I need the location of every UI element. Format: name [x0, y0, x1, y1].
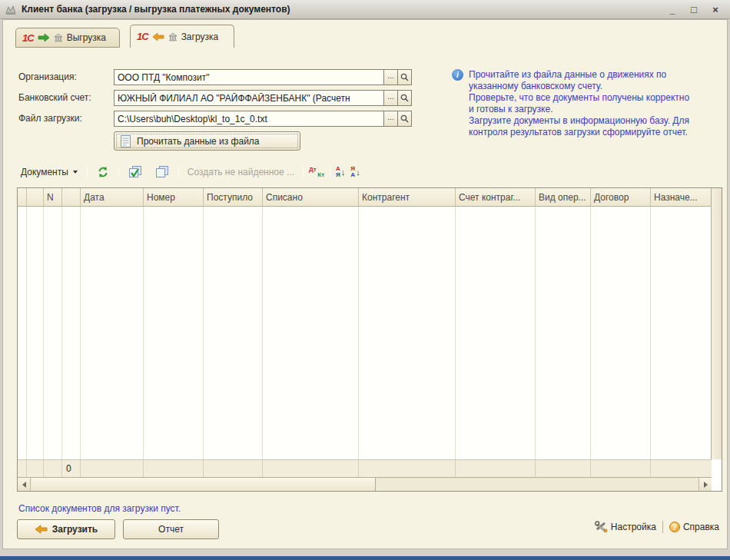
column-header-n[interactable]: N — [44, 188, 62, 206]
table-header-row: NДатаНомерПоступилоСписаноКонтрагентСчет… — [18, 188, 712, 207]
read-file-button[interactable]: Прочитать данные из файла — [114, 131, 300, 151]
report-button-label: Отчет — [158, 524, 184, 535]
sort-letter: Я — [336, 172, 340, 178]
triangle-left-icon — [22, 482, 26, 488]
title-bar[interactable]: Клиент банка (загрузка / выгрузка платеж… — [0, 0, 730, 19]
toolbar-separator — [118, 165, 119, 179]
magnifier-icon — [400, 94, 409, 102]
organization-open-button[interactable] — [397, 69, 412, 85]
column-header-line-no[interactable] — [62, 188, 81, 206]
column-header-number[interactable]: Номер — [144, 188, 204, 206]
bottom-links: Настройка ? Справка — [595, 521, 719, 533]
column-header-contract[interactable]: Договор — [591, 188, 651, 206]
info-panel: i Прочитайте из файла данные о движениях… — [452, 69, 719, 138]
table-body-column-operation-type — [536, 207, 591, 459]
mark-all-button[interactable] — [124, 164, 146, 181]
column-header-operation-type[interactable]: Вид опер... — [536, 188, 591, 206]
column-header-counterparty[interactable]: Контрагент — [359, 188, 456, 206]
tab-vygruzka[interactable]: 1С Выгрузка — [15, 28, 120, 48]
organization-ellipsis-button[interactable]: ... — [383, 69, 398, 85]
table-footer-cell-row-indicator — [18, 460, 27, 477]
table-footer-cell-counterparty-account — [456, 460, 536, 477]
refresh-icon — [97, 166, 109, 178]
report-button[interactable]: Отчет — [123, 519, 219, 539]
table-footer-cell-written-off — [263, 460, 359, 477]
sort-ascending-button[interactable]: А Я ↓ — [336, 166, 345, 178]
documents-menu-label: Документы — [21, 167, 68, 177]
help-button[interactable]: ? Справка — [669, 522, 719, 532]
toolbar-separator — [330, 165, 330, 179]
horizontal-scrollbar[interactable] — [18, 477, 712, 491]
table-body-column-counterparty-account — [456, 207, 536, 459]
column-header-date[interactable]: Дата — [81, 188, 144, 206]
table-body-column-purpose — [651, 207, 712, 459]
organization-input[interactable] — [114, 69, 384, 85]
bank-account-ellipsis-button[interactable]: ... — [383, 90, 398, 106]
column-header-row-indicator[interactable] — [18, 188, 27, 206]
toolbar-separator — [303, 165, 304, 179]
arrow-left-icon — [35, 525, 48, 534]
maximize-button[interactable]: □ — [689, 5, 699, 15]
load-file-input[interactable] — [114, 111, 384, 127]
table-body-column-number — [144, 207, 204, 459]
read-file-button-label: Прочитать данные из файла — [137, 136, 260, 147]
window-icon — [5, 4, 17, 15]
bank-icon — [168, 32, 178, 41]
table-footer-cell-number — [144, 460, 204, 477]
load-button-label: Загрузить — [52, 524, 98, 535]
documents-menu-button[interactable]: Документы — [17, 164, 81, 180]
column-header-counterparty-account[interactable]: Счет контраг... — [456, 188, 536, 206]
unmark-all-button[interactable] — [151, 164, 173, 181]
1c-logo-icon: 1С — [137, 31, 148, 42]
scroll-left-button[interactable] — [18, 478, 31, 491]
tools-icon — [595, 521, 608, 533]
credit-label: Кт — [317, 171, 324, 178]
refresh-button[interactable] — [93, 164, 113, 181]
debit-label: Дт — [309, 166, 317, 173]
tab-zagruzka[interactable]: 1С Загрузка — [130, 25, 234, 48]
load-file-ellipsis-button[interactable]: ... — [383, 111, 398, 127]
horizontal-scroll-thumb[interactable] — [32, 478, 376, 491]
create-missing-button[interactable]: Создать не найденное ... — [184, 165, 297, 179]
table-body-column-contract — [591, 207, 651, 459]
settings-button[interactable]: Настройка — [595, 521, 656, 533]
table-footer-cell-n — [44, 460, 62, 477]
help-icon: ? — [669, 522, 680, 532]
arrow-right-icon — [38, 34, 50, 41]
tab-label: Загрузка — [181, 31, 219, 42]
close-button[interactable]: × — [710, 5, 721, 15]
toolbar-separator — [178, 165, 179, 179]
window-title: Клиент банка (загрузка / выгрузка платеж… — [22, 4, 667, 15]
column-header-written-off[interactable]: Списано — [263, 188, 359, 206]
debit-credit-button[interactable]: Дт Кт — [309, 166, 324, 178]
select-none-icon — [155, 166, 169, 178]
column-header-checkbox[interactable] — [27, 188, 44, 206]
table-footer-cell-date — [81, 460, 144, 477]
info-line: Прочитайте из файла данные о движениях п… — [469, 69, 693, 92]
scroll-right-button[interactable] — [698, 478, 712, 491]
down-arrow-icon: ↓ — [356, 168, 360, 177]
table-body-column-checkbox — [27, 207, 44, 459]
table-body-column-date — [81, 207, 144, 459]
organization-label: Организация: — [18, 71, 111, 82]
table-body-columns[interactable] — [18, 207, 712, 459]
column-header-received[interactable]: Поступило — [204, 188, 263, 206]
load-file-label: Файл загрузки: — [18, 113, 111, 124]
vertical-scrollbar[interactable] — [711, 188, 722, 459]
load-file-field-group: ... — [114, 111, 412, 127]
bank-account-open-button[interactable] — [397, 90, 412, 106]
info-icon: i — [452, 69, 463, 81]
load-file-open-button[interactable] — [397, 111, 412, 127]
table-footer-cell-purpose — [651, 460, 712, 477]
load-button[interactable]: Загрузить — [17, 519, 115, 539]
column-header-purpose[interactable]: Назначе... — [651, 188, 712, 206]
sort-letter: А — [350, 172, 355, 178]
status-text: Список документов для загрузки пуст. — [18, 503, 181, 514]
minimize-button[interactable]: _ — [667, 5, 678, 15]
organization-field-group: ... — [114, 69, 412, 85]
bank-account-input[interactable] — [114, 90, 384, 106]
info-line: Проверьте, что все документы получены ко… — [469, 92, 693, 115]
settings-label: Настройка — [611, 522, 656, 532]
window-bottom-frame — [0, 549, 730, 556]
sort-descending-button[interactable]: Я А ↓ — [350, 166, 360, 178]
